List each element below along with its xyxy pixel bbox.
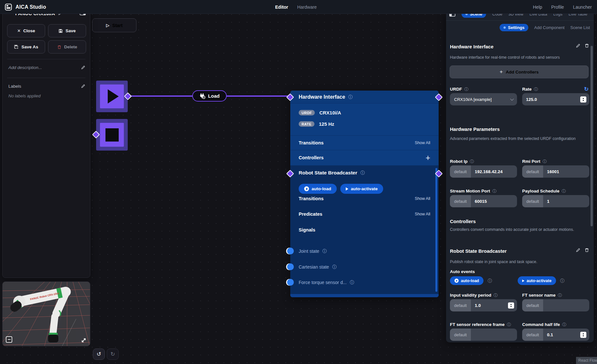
edit-labels-pencil-icon[interactable] [81,84,85,88]
info-icon[interactable]: ⓘ [493,189,497,194]
start-button[interactable]: ▷ Start [92,18,136,32]
application-actions: ✕ Close Save Save As Delete [7,24,86,54]
inspector-scrollbar[interactable] [591,46,593,226]
info-icon[interactable]: ⓘ [534,87,538,92]
numeric-keypad-icon[interactable] [508,302,514,309]
edit-pencil-icon[interactable] [576,43,581,48]
ft-sensor-reference-frame-input[interactable]: default [450,329,517,341]
delete-trash-icon[interactable] [584,43,589,48]
command-half-life-value: 0.1 [543,332,580,337]
rsb-transitions-title: Transitions [299,196,323,201]
tab-editor[interactable]: Editor [275,5,288,10]
info-icon[interactable]: ⓘ [558,293,562,298]
robot-state-broadcaster-subnode[interactable]: Robot State Broadcaster ⓘ auto-load auto… [290,165,439,294]
redo-button[interactable]: ↻ [107,349,119,360]
signal-row[interactable]: Cartesian stateⓘ [290,263,439,271]
rmi-port-input[interactable]: default 16001 [522,165,589,178]
rsb-transitions-show-all[interactable]: Show All [415,196,430,201]
ft-sensor-name-label: FT sensor nameⓘ [522,293,562,298]
stop-icon [105,128,119,142]
hardware-parameters-heading: Hardware Parameters [450,126,500,132]
delete-button[interactable]: Delete [48,40,86,54]
tab-hardware[interactable]: Hardware [297,5,317,10]
rsb-actions [576,248,589,252]
delete-label: Delete [64,44,77,49]
profile-link[interactable]: Profile [551,5,564,10]
auto-load-pill[interactable]: auto-load [450,276,483,285]
numeric-keypad-icon[interactable] [580,332,586,338]
hardware-interface-node[interactable]: Hardware Interface ⓘ URDF CRX10i/A RATE … [290,91,439,297]
subtab-scene-list[interactable]: Scene List [570,25,590,30]
signal-row[interactable]: Force torque sensor d...ⓘ [290,278,439,287]
top-bar: AICA Studio Editor Hardware Help Profile… [0,0,597,14]
info-icon[interactable]: ⓘ [470,159,474,164]
edge-load-label[interactable]: Load [192,90,227,102]
auto-activate-pill[interactable]: auto-activate [340,184,383,194]
add-controllers-button[interactable]: + Add Controllers [450,65,589,78]
auto-load-pill[interactable]: auto-load [299,184,337,194]
signal-handle-force-torque[interactable] [287,279,294,286]
command-half-life-input[interactable]: default 0.1 [522,329,589,341]
robot-3d-preview[interactable]: FANUC Robot CRX-10iA [2,281,90,346]
help-link[interactable]: Help [533,5,542,10]
info-icon[interactable]: ⓘ [560,278,565,284]
viewport-collapse-button[interactable] [6,336,12,343]
launcher-link[interactable]: Launcher [573,5,592,10]
save-button[interactable]: Save [48,24,86,37]
info-icon[interactable]: ⓘ [323,248,327,254]
info-icon[interactable]: ⓘ [488,278,492,284]
numeric-keypad-icon[interactable] [580,96,586,103]
ft-sensor-name-input[interactable]: default [522,299,589,311]
stop-node[interactable] [96,119,128,151]
signal-handle-cartesian-state[interactable] [287,263,294,270]
load-label: Load [208,93,220,99]
transitions-show-all[interactable]: Show All [415,141,430,145]
subnode-scrollbar[interactable] [435,168,437,292]
refresh-urdf-icon[interactable]: ↻ [584,86,589,93]
undo-button[interactable]: ↺ [93,349,105,360]
info-icon[interactable]: ⓘ [348,94,353,100]
node-header[interactable]: Hardware Interface ⓘ [290,91,439,103]
auto-load-label: auto-load [461,279,479,283]
subtab-settings[interactable]: Settings [500,24,528,31]
info-icon[interactable]: ⓘ [562,189,566,194]
auto-activate-pill[interactable]: auto-activate [518,276,556,285]
hardware-parameters-description: Advanced parameters extracted from the s… [450,136,587,142]
stream-motion-port-input[interactable]: default 60015 [450,195,517,207]
info-icon[interactable]: ⓘ [493,293,498,298]
active-dot [503,26,506,29]
edit-description-pencil-icon[interactable] [81,65,85,70]
info-icon[interactable]: ⓘ [507,322,511,328]
robot-ip-input[interactable]: default 192.168.42.24 [450,165,517,178]
info-icon[interactable]: ⓘ [542,159,547,164]
payload-schedule-value: 1 [543,199,589,204]
viewport-expand-icon[interactable] [81,337,87,343]
urdf-select[interactable]: CRX10i/A [example] [450,93,517,105]
start-node[interactable] [96,81,128,112]
info-icon[interactable]: ⓘ [350,280,354,285]
description-row[interactable]: Add description... [8,64,85,71]
info-icon[interactable]: ⓘ [332,264,337,270]
save-as-button[interactable]: Save As [7,40,45,54]
react-flow-attribution[interactable]: React Flow [576,357,597,364]
info-icon[interactable]: ⓘ [361,170,365,176]
info-icon[interactable]: ⓘ [562,322,566,328]
rsb-predicates-show-all[interactable]: Show All [415,212,430,216]
subtab-add-component[interactable]: Add Component [534,25,564,30]
add-controller-icon[interactable]: + [425,154,430,161]
stop-node-input-handle[interactable] [92,131,100,138]
delete-trash-icon[interactable] [584,248,589,252]
edit-pencil-icon[interactable] [576,248,581,252]
rate-input[interactable]: 125.0 [522,93,589,105]
payload-schedule-input[interactable]: default 1 [522,195,589,207]
signal-handle-joint-state[interactable] [287,248,294,254]
signal-row[interactable]: Joint stateⓘ [290,247,439,255]
urdf-row: URDF CRX10i/A [299,110,341,115]
info-icon[interactable]: ⓘ [464,87,469,92]
stream-motion-port-value: 60015 [471,199,517,204]
close-button[interactable]: ✕ Close [7,24,45,37]
start-node-output-handle[interactable] [124,92,132,100]
play-icon [108,89,119,103]
save-as-icon [14,44,19,49]
input-validity-period-input[interactable]: default 1.0 [450,299,517,311]
